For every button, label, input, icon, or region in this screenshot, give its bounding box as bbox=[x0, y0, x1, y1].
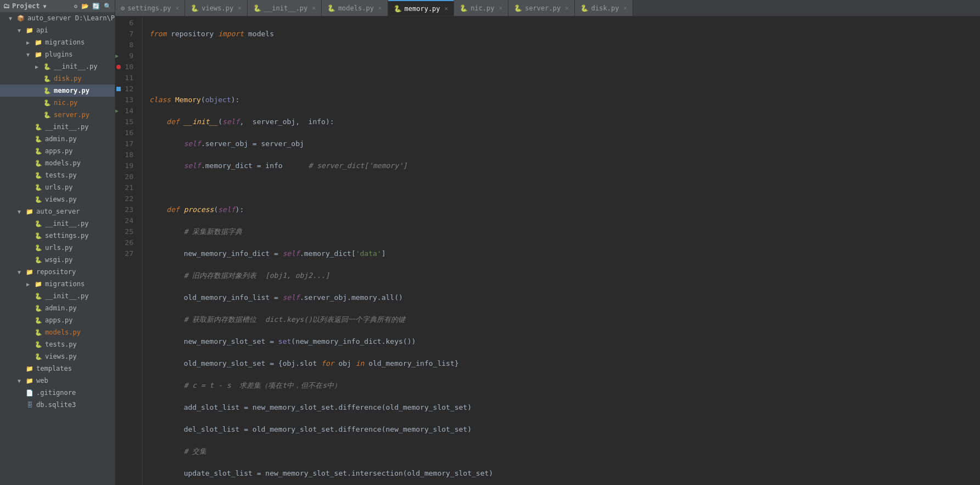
line-6: 6 bbox=[115, 18, 138, 29]
sidebar-item-repo-migrations[interactable]: ▶ 📁 migrations bbox=[0, 278, 115, 290]
code-line-10: def __init__(self, server_obj, info): bbox=[149, 116, 980, 127]
as-urls-icon: 🐍 bbox=[34, 243, 43, 252]
code-line-19: # 获取新内存数据槽位 dict.keys()以列表返回一个字典所有的键 bbox=[149, 314, 980, 325]
tab-settings-close[interactable]: ✕ bbox=[176, 4, 180, 12]
sidebar-item-tests[interactable]: 🐍 tests.py bbox=[0, 169, 115, 181]
sidebar-item-repository[interactable]: ▼ 📁 repository bbox=[0, 266, 115, 278]
sidebar-item-server[interactable]: 🐍 server.py bbox=[0, 109, 115, 121]
sidebar-item-as-init[interactable]: 🐍 __init__.py bbox=[0, 218, 115, 230]
code-line-12: self.memory_dict = info # server_dict['m… bbox=[149, 160, 980, 171]
line-number-gutter: 6 7 8 ▶ 9 10 11 12 13 ▶ 14 15 16 17 bbox=[115, 16, 143, 485]
sidebar-item-views[interactable]: 🐍 views.py bbox=[0, 193, 115, 205]
code-line-20: new_memory_slot_set = set(new_memory_inf… bbox=[149, 336, 980, 347]
project-root[interactable]: ▼ 📦 auto_server D:\Learn\P bbox=[0, 12, 115, 24]
line-14: ▶ 14 bbox=[115, 105, 138, 116]
line-18: 18 bbox=[115, 149, 138, 160]
line-17: 17 bbox=[115, 138, 138, 149]
tab-views-icon: 🐍 bbox=[191, 4, 199, 12]
sidebar-item-as-settings[interactable]: 🐍 settings.py bbox=[0, 230, 115, 242]
sidebar-item-disk[interactable]: 🐍 disk.py bbox=[0, 73, 115, 85]
tab-memory[interactable]: 🐍 memory.py ✕ bbox=[388, 0, 455, 16]
sidebar-item-admin[interactable]: 🐍 admin.py bbox=[0, 133, 115, 145]
web-arrow: ▼ bbox=[18, 378, 25, 384]
sidebar-item-autoserver[interactable]: ▼ 📁 auto_server bbox=[0, 205, 115, 218]
project-toolbar-icons: ⚙ 📂 🔄 🔍 bbox=[74, 3, 112, 10]
sidebar-item-repo-models[interactable]: 🐍 models.py bbox=[0, 326, 115, 338]
sidebar-item-wsgi[interactable]: 🐍 wsgi.py bbox=[0, 254, 115, 266]
project-icon: 🗂 bbox=[3, 2, 10, 10]
code-line-22: # c = t - s 求差集（项在t中，但不在s中） bbox=[149, 380, 980, 391]
sidebar-item-templates[interactable]: 📁 templates bbox=[0, 363, 115, 375]
line-23: 23 bbox=[115, 204, 138, 215]
line-13: 13 bbox=[115, 94, 138, 105]
tab-disk-close[interactable]: ✕ bbox=[623, 4, 627, 12]
code-text[interactable]: from repository import models class Memo… bbox=[143, 16, 980, 485]
bookmark-12 bbox=[116, 87, 121, 91]
line-22: 22 bbox=[115, 193, 138, 204]
sidebar-item-repo-views[interactable]: 🐍 views.py bbox=[0, 350, 115, 363]
breakpoint-10 bbox=[116, 65, 121, 69]
tab-server-label: server.py bbox=[525, 4, 561, 12]
sidebar-item-repo-tests[interactable]: 🐍 tests.py bbox=[0, 338, 115, 350]
api-folder-icon: 📁 bbox=[25, 26, 34, 35]
repo-admin-icon: 🐍 bbox=[34, 304, 43, 313]
sidebar-item-apps[interactable]: 🐍 apps.py bbox=[0, 145, 115, 157]
sidebar-item-models[interactable]: 🐍 models.py bbox=[0, 157, 115, 169]
collapse-arrow-9: ▶ bbox=[115, 51, 119, 62]
memory-label: memory.py bbox=[54, 87, 89, 94]
repo-tests-icon: 🐍 bbox=[34, 340, 43, 349]
line-15: 15 bbox=[115, 116, 138, 127]
code-line-16: new_memory_info_dict = self.memory_dict[… bbox=[149, 248, 980, 259]
tab-server[interactable]: 🐍 server.py ✕ bbox=[508, 0, 575, 16]
repo-migrations-label: migrations bbox=[45, 280, 85, 288]
tab-memory-label: memory.py bbox=[405, 5, 440, 13]
gitignore-icon: 📄 bbox=[25, 388, 34, 397]
sidebar-item-api[interactable]: ▼ 📁 api bbox=[0, 24, 115, 36]
migrations-folder-icon: 📁 bbox=[34, 38, 43, 47]
code-editor[interactable]: 6 7 8 ▶ 9 10 11 12 13 ▶ 14 15 16 17 bbox=[115, 16, 980, 485]
tab-settings[interactable]: ⚙ settings.py ✕ bbox=[115, 0, 185, 16]
repo-apps-label: apps.py bbox=[45, 316, 73, 324]
sidebar-item-repo-apps[interactable]: 🐍 apps.py bbox=[0, 314, 115, 326]
tab-bar: ⚙ settings.py ✕ 🐍 views.py ✕ 🐍 __init__.… bbox=[115, 0, 980, 16]
sidebar-item-urls[interactable]: 🐍 urls.py bbox=[0, 181, 115, 193]
code-line-17: # 旧内存数据对象列表 [obj1, obj2...] bbox=[149, 270, 980, 281]
sidebar-item-migrations-api[interactable]: ▶ 📁 migrations bbox=[0, 36, 115, 48]
wsgi-icon: 🐍 bbox=[34, 255, 43, 264]
root-folder-icon: 📦 bbox=[16, 14, 25, 23]
sidebar-item-api-init[interactable]: 🐍 __init__.py bbox=[0, 121, 115, 133]
sidebar-item-as-urls[interactable]: 🐍 urls.py bbox=[0, 242, 115, 254]
tab-nic-close[interactable]: ✕ bbox=[499, 4, 503, 12]
line-10: 10 bbox=[115, 62, 138, 73]
sidebar-item-memory[interactable]: 🐍 memory.py bbox=[0, 85, 115, 97]
sidebar-item-repo-admin[interactable]: 🐍 admin.py bbox=[0, 302, 115, 314]
sidebar-item-plugins[interactable]: ▼ 📁 plugins bbox=[0, 48, 115, 60]
line-24: 24 bbox=[115, 215, 138, 226]
apps-icon: 🐍 bbox=[34, 147, 43, 155]
as-settings-label: settings.py bbox=[45, 232, 88, 239]
sidebar-item-repo-init[interactable]: 🐍 __init__.py bbox=[0, 290, 115, 302]
tab-views-close[interactable]: ✕ bbox=[238, 4, 242, 12]
tab-models[interactable]: 🐍 models.py ✕ bbox=[322, 0, 388, 16]
views-label: views.py bbox=[45, 196, 77, 203]
sidebar-item-db[interactable]: 🗄 db.sqlite3 bbox=[0, 399, 115, 411]
tab-nic[interactable]: 🐍 nic.py ✕ bbox=[454, 0, 508, 16]
tab-init[interactable]: 🐍 __init__.py ✕ bbox=[248, 0, 322, 16]
plugins-arrow: ▼ bbox=[26, 52, 34, 58]
sidebar-item-gitignore[interactable]: 📄 .gitignore bbox=[0, 387, 115, 399]
tests-icon: 🐍 bbox=[34, 171, 43, 180]
tab-server-close[interactable]: ✕ bbox=[565, 4, 569, 12]
repo-views-label: views.py bbox=[45, 353, 77, 360]
sidebar-item-web[interactable]: ▼ 📁 web bbox=[0, 375, 115, 387]
tab-init-close[interactable]: ✕ bbox=[312, 4, 316, 12]
project-header[interactable]: 🗂 Project ▼ ⚙ 📂 🔄 🔍 bbox=[0, 0, 115, 12]
line-21: 21 bbox=[115, 182, 138, 193]
tab-memory-close[interactable]: ✕ bbox=[445, 5, 449, 12]
sidebar-item-nic[interactable]: 🐍 nic.py bbox=[0, 97, 115, 109]
tab-views[interactable]: 🐍 views.py ✕ bbox=[185, 0, 247, 16]
tab-disk[interactable]: 🐍 disk.py ✕ bbox=[575, 0, 633, 16]
db-icon: 🗄 bbox=[25, 400, 34, 409]
sidebar-item-plugins-init[interactable]: ▶ 🐍 __init__.py bbox=[0, 60, 115, 73]
tab-models-close[interactable]: ✕ bbox=[378, 4, 382, 12]
as-init-label: __init__.py bbox=[45, 220, 88, 227]
